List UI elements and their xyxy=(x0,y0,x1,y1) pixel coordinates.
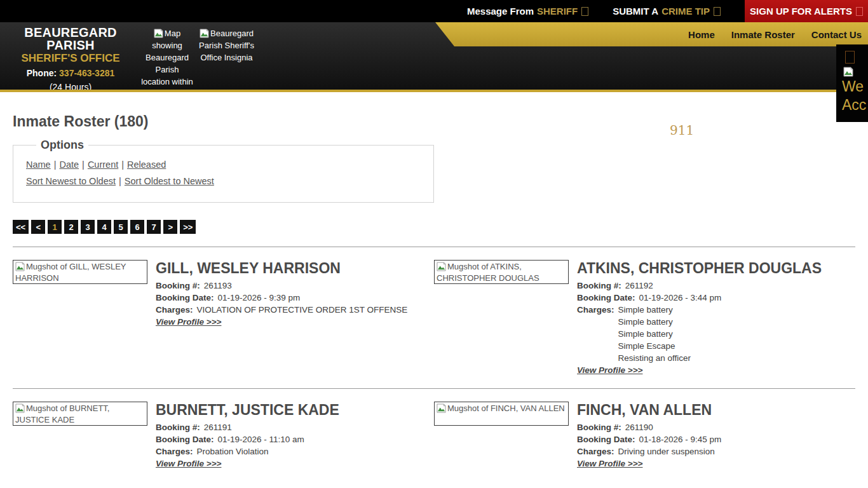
view-profile-link[interactable]: View Profile >>> xyxy=(577,459,642,468)
charge-list: Probation Violation xyxy=(197,445,269,458)
view-profile-link[interactable]: View Profile >>> xyxy=(577,365,642,375)
page-button-3[interactable]: 3 xyxy=(81,220,95,234)
booking-date-row: Booking Date: 01-18-2026 - 9:45 pm xyxy=(577,433,855,445)
missing-glyph-box-icon xyxy=(714,7,721,16)
separator: | xyxy=(119,176,121,186)
sort-link-sort-oldest-to-newest[interactable]: Sort Oldest to Newest xyxy=(125,176,214,186)
page-button-nextnext[interactable]: >> xyxy=(180,220,196,234)
view-profile-link[interactable]: View Profile >>> xyxy=(156,317,221,327)
filter-link-name[interactable]: Name xyxy=(26,159,51,170)
broken-image-icon xyxy=(437,403,446,413)
message-from-sheriff-link[interactable]: Message From SHERIFF xyxy=(467,0,588,22)
parish-map-broken-image: Map showing Beauregard Parish location w… xyxy=(141,27,193,92)
message-from-prefix: Message From xyxy=(467,6,534,17)
emergency-911-link[interactable]: 911 xyxy=(670,123,694,138)
inmate-name: ATKINS, CHRISTOPHER DOUGLAS xyxy=(577,260,855,276)
nav-item-contact-us[interactable]: Contact Us xyxy=(811,29,862,40)
booking-number-label: Booking #: xyxy=(156,280,200,292)
top-utility-bar: Message From SHERIFF SUBMIT A CRIME TIP … xyxy=(0,0,868,22)
booking-number-row: Booking #: 261190 xyxy=(577,421,855,433)
phone-number-link[interactable]: 337-463-3281 xyxy=(59,68,114,78)
charges-row: Charges: Driving under suspension xyxy=(577,445,855,458)
booking-number-label: Booking #: xyxy=(577,421,621,433)
booking-date-value: 01-18-2026 - 9:45 pm xyxy=(639,433,722,445)
nav-item-home[interactable]: Home xyxy=(688,29,715,40)
section-divider xyxy=(13,247,855,247)
mugshot-alt-text: Mugshot of BURNETT, JUSTICE KADE xyxy=(15,403,110,424)
separator: | xyxy=(54,159,57,170)
broken-image-icon xyxy=(15,262,25,271)
charges-label: Charges: xyxy=(577,304,614,364)
site-header: HomeInmate RosterContact Us BEAUREGARD P… xyxy=(0,22,868,92)
filter-link-current[interactable]: Current xyxy=(88,159,118,170)
page-button-1[interactable]: 1 xyxy=(48,220,62,234)
booking-number-value: 261190 xyxy=(625,421,653,433)
missing-glyph-box-icon xyxy=(581,7,588,16)
pagination: <<<1234567>>> xyxy=(13,220,855,234)
page-button-prevprev[interactable]: << xyxy=(13,220,29,234)
booking-date-label: Booking Date: xyxy=(577,292,635,304)
page-button-2[interactable]: 2 xyxy=(64,220,78,234)
inmate-name: FINCH, VAN ALLEN xyxy=(577,402,855,418)
broken-image-icon xyxy=(200,29,209,38)
booking-date-row: Booking Date: 01-19-2026 - 9:39 pm xyxy=(156,292,434,304)
nav-item-inmate-roster[interactable]: Inmate Roster xyxy=(731,29,795,40)
booking-number-value: 261192 xyxy=(625,280,653,292)
mugshot-image[interactable]: Mugshot of ATKINS, CHRISTOPHER DOUGLAS xyxy=(434,260,569,284)
inmate-name: BURNETT, JUSTICE KADE xyxy=(156,402,434,418)
page-button-6[interactable]: 6 xyxy=(130,220,144,234)
booking-number-row: Booking #: 261192 xyxy=(577,280,855,292)
charges-row: Charges: VIOLATION OF PROTECTIVE ORDER 1… xyxy=(156,304,434,316)
accessibility-text-line1: We xyxy=(842,78,868,96)
charge-list: VIOLATION OF PROTECTIVE ORDER 1ST OFFENS… xyxy=(197,304,408,316)
view-profile-link[interactable]: View Profile >>> xyxy=(156,459,221,468)
filter-link-released[interactable]: Released xyxy=(127,159,166,170)
sort-links-row: Sort Newest to Oldest|Sort Oldest to New… xyxy=(26,176,421,186)
broken-image-icon xyxy=(154,29,163,38)
inmate-details: BURNETT, JUSTICE KADE Booking #: 261191 … xyxy=(156,402,434,469)
page-button-next[interactable]: > xyxy=(163,220,177,234)
mugshot-image[interactable]: Mugshot of BURNETT, JUSTICE KADE xyxy=(13,402,147,426)
missing-glyph-box-icon xyxy=(856,7,863,16)
filter-link-date[interactable]: Date xyxy=(59,159,79,170)
accessibility-text-line2: Acc xyxy=(842,96,868,114)
inmate-details: GILL, WESLEY HARRISON Booking #: 261193 … xyxy=(156,260,434,327)
booking-number-label: Booking #: xyxy=(577,280,621,292)
main-content: 911 Inmate Roster (180) Options Name|Dat… xyxy=(0,113,868,469)
sort-link-sort-newest-to-oldest[interactable]: Sort Newest to Oldest xyxy=(26,176,116,186)
mugshot-image[interactable]: Mugshot of GILL, WESLEY HARRISON xyxy=(13,260,147,284)
booking-date-row: Booking Date: 01-19-2026 - 3:44 pm xyxy=(577,292,855,304)
charge-line: Simple battery xyxy=(618,328,691,340)
agency-logo-block: BEAUREGARD PARISH SHERIFF'S OFFICE Phone… xyxy=(6,26,135,92)
crime-tip-highlight: CRIME TIP xyxy=(661,6,710,17)
inmate-card: Mugshot of ATKINS, CHRISTOPHER DOUGLAS A… xyxy=(434,260,855,376)
mugshot-image[interactable]: Mugshot of FINCH, VAN ALLEN xyxy=(434,402,569,426)
page-button-4[interactable]: 4 xyxy=(97,220,111,234)
filter-links-row: Name|Date|Current|Released xyxy=(26,159,421,170)
charge-line: Resisting an officer xyxy=(618,352,691,364)
sign-up-for-alerts-button[interactable]: SIGN UP FOR ALERTS xyxy=(745,0,868,22)
mugshot-alt-text: Mugshot of GILL, WESLEY HARRISON xyxy=(15,262,126,283)
crime-tip-prefix: SUBMIT A xyxy=(613,6,658,17)
charges-label: Charges: xyxy=(156,445,193,458)
booking-number-label: Booking #: xyxy=(156,421,200,433)
charges-label: Charges: xyxy=(156,304,193,316)
charge-line: Probation Violation xyxy=(197,445,269,458)
page-button-7[interactable]: 7 xyxy=(147,220,161,234)
charge-line: Simple battery xyxy=(618,304,691,316)
hours-label: (24 Hours) xyxy=(6,81,135,92)
charges-row: Charges: Probation Violation xyxy=(156,445,434,458)
submit-crime-tip-link[interactable]: SUBMIT A CRIME TIP xyxy=(613,0,721,22)
agency-subtitle: SHERIFF'S OFFICE xyxy=(6,52,135,65)
booking-number-value: 261193 xyxy=(204,280,232,292)
booking-date-value: 01-19-2026 - 3:44 pm xyxy=(639,292,722,304)
charges-row: Charges: Simple batterySimple batterySim… xyxy=(577,304,855,364)
web-accessibility-widget[interactable]: We Acc xyxy=(836,44,868,122)
page-button-prev[interactable]: < xyxy=(31,220,45,234)
mugshot-alt-text: Mugshot of FINCH, VAN ALLEN xyxy=(447,403,565,413)
insignia-broken-image: Beauregard Parish Sheriff's Office Insig… xyxy=(196,27,257,64)
main-nav: HomeInmate RosterContact Us xyxy=(435,22,868,46)
page-button-5[interactable]: 5 xyxy=(114,220,128,234)
booking-date-value: 01-19-2026 - 9:39 pm xyxy=(218,292,301,304)
inmate-card: Mugshot of FINCH, VAN ALLEN FINCH, VAN A… xyxy=(434,402,855,469)
